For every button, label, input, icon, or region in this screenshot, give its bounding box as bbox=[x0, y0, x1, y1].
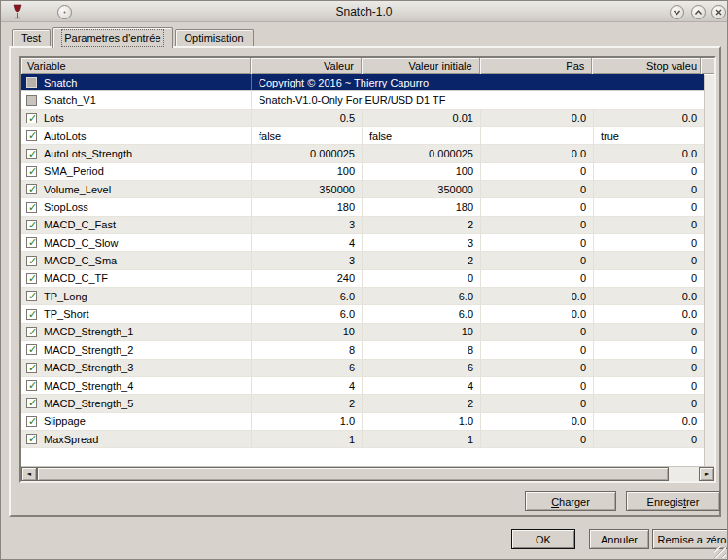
maximize-button[interactable] bbox=[691, 5, 706, 19]
row-value-cell: 1 bbox=[363, 431, 481, 447]
table-row[interactable]: MACD_Strength_28800 bbox=[21, 341, 704, 359]
row-value-cell: 8 bbox=[363, 341, 481, 358]
row-value-cell: 4 bbox=[252, 234, 363, 251]
row-variable-label: MACD_Strength_1 bbox=[44, 326, 133, 337]
row-variable-label: StopLoss bbox=[44, 201, 88, 213]
scroll-right-button[interactable]: ► bbox=[699, 467, 714, 481]
table-row[interactable]: MACD_Strength_52200 bbox=[21, 395, 704, 412]
resize-grip[interactable] bbox=[714, 546, 726, 558]
table-row[interactable]: MaxSpread1100 bbox=[21, 431, 704, 448]
row-value-cell: 0 bbox=[481, 395, 594, 411]
row-value-cell: 0 bbox=[481, 163, 594, 180]
table-row[interactable]: AutoLots_Strength0.0000250.0000250.00.0 bbox=[21, 145, 704, 162]
scroll-left-button[interactable]: ◄ bbox=[21, 467, 37, 481]
row-value-cell: 0 bbox=[594, 431, 704, 447]
row-value-cell: 0 bbox=[594, 234, 704, 251]
row-value-cell: 100 bbox=[363, 163, 481, 180]
table-row[interactable]: Lots0.50.010.00.0 bbox=[21, 110, 704, 127]
horizontal-scroll-track[interactable] bbox=[669, 467, 699, 481]
row-checkbox[interactable] bbox=[26, 77, 37, 88]
row-checkbox[interactable] bbox=[26, 273, 37, 284]
tab-parametres-entree[interactable]: Parametres d'entrée bbox=[52, 27, 172, 48]
close-button[interactable] bbox=[711, 5, 726, 19]
row-value-cell: 6.0 bbox=[363, 305, 481, 322]
row-checkbox[interactable] bbox=[26, 256, 37, 266]
row-variable-label: MACD_Strength_3 bbox=[44, 362, 133, 373]
minimize-button[interactable] bbox=[670, 5, 684, 19]
row-value-cell: 3 bbox=[252, 252, 363, 268]
row-value-cell: 0.0 bbox=[594, 413, 704, 430]
row-checkbox[interactable] bbox=[26, 327, 37, 337]
table-row[interactable]: AutoLotsfalsefalsetrue bbox=[21, 127, 704, 145]
horizontal-scroll-thumb[interactable] bbox=[37, 467, 669, 481]
table-row[interactable]: MACD_C_Slow4300 bbox=[21, 234, 704, 252]
row-checkbox[interactable] bbox=[26, 220, 37, 230]
enregistrer-button[interactable]: Enregistrer bbox=[626, 491, 720, 511]
row-value-cell: 0 bbox=[481, 198, 594, 215]
table-row[interactable]: MACD_C_Fast3200 bbox=[21, 217, 704, 234]
row-value-cell: 0 bbox=[481, 377, 594, 394]
table-row[interactable]: SnatchCopyright © 2016 ~ Thierry Capurro bbox=[21, 74, 704, 91]
row-value-cell: 0 bbox=[481, 324, 594, 340]
row-checkbox[interactable] bbox=[26, 113, 37, 123]
row-value-cell: 0 bbox=[594, 377, 704, 394]
row-variable-label: MACD_Strength_2 bbox=[44, 344, 133, 356]
table-row[interactable]: MACD_Strength_36600 bbox=[21, 360, 704, 377]
table-row[interactable]: MACD_C_Sma3200 bbox=[21, 252, 704, 269]
row-checkbox[interactable] bbox=[26, 309, 37, 320]
ok-button[interactable]: OK bbox=[511, 529, 575, 549]
row-checkbox[interactable] bbox=[26, 202, 37, 213]
tab-optimisation[interactable]: Optimisation bbox=[175, 29, 254, 46]
row-checkbox[interactable] bbox=[26, 149, 37, 159]
table-row[interactable]: MACD_Strength_1101000 bbox=[21, 324, 704, 341]
row-checkbox[interactable] bbox=[26, 237, 37, 248]
row-checkbox[interactable] bbox=[26, 344, 37, 355]
row-variable-label: Slippage bbox=[44, 415, 86, 427]
row-value-cell: 6.0 bbox=[252, 288, 363, 304]
table-rows: SnatchCopyright © 2016 ~ Thierry Capurro… bbox=[21, 74, 704, 448]
row-checkbox[interactable] bbox=[26, 166, 37, 177]
table-row[interactable]: TP_Long6.06.00.00.0 bbox=[21, 288, 704, 305]
row-value-cell: 1.0 bbox=[363, 413, 481, 430]
vertical-scrollbar[interactable] bbox=[704, 75, 714, 466]
titlebar[interactable]: Snatch-1.0 bbox=[1, 1, 727, 22]
row-value-cell: 1 bbox=[252, 431, 363, 447]
row-checkbox[interactable] bbox=[26, 130, 37, 141]
row-checkbox[interactable] bbox=[26, 380, 37, 391]
row-value-cell: 0.0 bbox=[481, 110, 594, 126]
table-row[interactable]: Slippage1.01.00.00.0 bbox=[21, 413, 704, 431]
column-header-stop-valeur[interactable]: Stop valeu bbox=[592, 58, 701, 74]
annuler-button[interactable]: Annuler bbox=[589, 529, 649, 549]
table-header: Variable Valeur Valeur initiale Pas Stop… bbox=[21, 58, 714, 74]
row-value-cell: 2 bbox=[363, 252, 481, 268]
row-value-cell: 0 bbox=[594, 324, 704, 340]
row-checkbox[interactable] bbox=[26, 95, 37, 106]
row-checkbox[interactable] bbox=[26, 398, 37, 408]
row-variable-label: Snatch bbox=[44, 77, 77, 88]
row-checkbox[interactable] bbox=[26, 416, 37, 427]
tab-test[interactable]: Test bbox=[12, 29, 51, 46]
row-value-cell: 0 bbox=[594, 270, 704, 287]
column-header-variable[interactable]: Variable bbox=[21, 58, 251, 74]
table-row[interactable]: MACD_Strength_44400 bbox=[21, 377, 704, 395]
column-header-valeur-initiale[interactable]: Valeur initiale bbox=[362, 58, 480, 74]
charger-button[interactable]: Charger bbox=[525, 491, 616, 511]
table-row[interactable]: Volume_Level35000035000000 bbox=[21, 181, 704, 198]
column-header-valeur[interactable]: Valeur bbox=[251, 58, 362, 74]
row-value-span: Copyright © 2016 ~ Thierry Capurro bbox=[252, 74, 704, 90]
table-row[interactable]: TP_Short6.06.00.00.0 bbox=[21, 305, 704, 323]
row-checkbox[interactable] bbox=[26, 184, 37, 194]
table-row[interactable]: StopLoss18018000 bbox=[21, 198, 704, 216]
column-header-pas[interactable]: Pas bbox=[480, 58, 593, 74]
row-checkbox[interactable] bbox=[26, 291, 37, 301]
table-row[interactable]: MACD_C_TF240000 bbox=[21, 270, 704, 288]
row-variable-label: MACD_C_Sma bbox=[44, 255, 117, 266]
row-value-cell: 6 bbox=[363, 360, 481, 376]
table-row[interactable]: SMA_Period10010000 bbox=[21, 163, 704, 181]
table-row[interactable]: Snatch_V1Snatch-V1.0-Only For EUR/USD D1… bbox=[21, 91, 704, 109]
row-value-cell: 240 bbox=[252, 270, 363, 287]
row-value-cell: 0.0 bbox=[594, 145, 704, 161]
horizontal-scrollbar[interactable]: ◄ ► bbox=[21, 466, 714, 481]
row-checkbox[interactable] bbox=[26, 363, 37, 373]
row-checkbox[interactable] bbox=[26, 434, 37, 444]
